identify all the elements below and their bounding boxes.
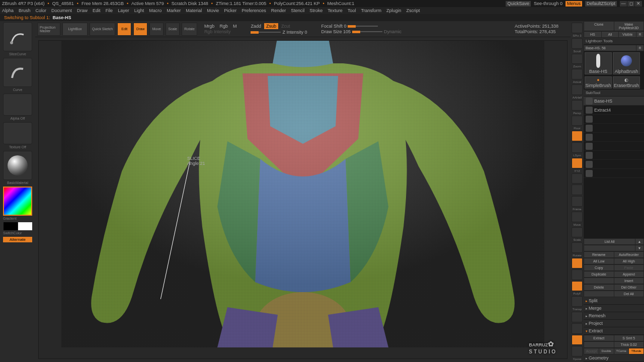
quicksave-button[interactable]: QuickSave	[506, 1, 531, 7]
rightstrip-btn-14[interactable]	[572, 227, 583, 238]
rotate-button[interactable]: Rotate	[182, 23, 197, 36]
menu-color[interactable]: Color	[36, 8, 47, 13]
rightstrip-btn-7[interactable]	[572, 131, 583, 141]
rightstrip-btn-19[interactable]	[572, 296, 583, 307]
rightstrip-btn-3[interactable]	[572, 69, 583, 79]
rightstrip-btn-4[interactable]	[572, 84, 583, 95]
material-slot[interactable]	[3, 151, 32, 180]
menu-light[interactable]: Light	[134, 8, 144, 13]
menu-tool[interactable]: Tool	[348, 8, 356, 13]
rightstrip-btn-0[interactable]	[572, 23, 583, 33]
rightstrip-btn-22[interactable]	[572, 335, 583, 345]
menu-zplugin[interactable]: Zplugin	[386, 8, 401, 13]
clone-button[interactable]: Clone	[584, 22, 614, 31]
menu-material[interactable]: Material	[186, 8, 202, 13]
left-sidebar: SliceCurve Curve Alpha Off Texture Off B…	[0, 21, 35, 362]
default-script[interactable]: DefaultZScript	[585, 1, 617, 7]
rightstrip-btn-1[interactable]	[572, 38, 583, 49]
subtool-item[interactable]	[584, 169, 644, 178]
projection-master[interactable]: Projection Master	[37, 23, 60, 36]
rightstrip-btn-23[interactable]	[572, 346, 583, 356]
menu-marker[interactable]: Marker	[167, 8, 181, 13]
menus-toggle[interactable]: Menus	[566, 1, 582, 7]
move-button[interactable]: Move	[149, 23, 164, 36]
menu-layer[interactable]: Layer	[118, 8, 129, 13]
subtool-item[interactable]: Extract4	[584, 106, 644, 115]
menu-draw[interactable]: Draw	[77, 8, 88, 13]
rightstrip-btn-20[interactable]	[572, 312, 583, 322]
quicksketch-button[interactable]: Quick Sketch	[90, 23, 115, 36]
menu-texture[interactable]: Texture	[328, 8, 343, 13]
rightstrip-btn-11[interactable]	[572, 185, 583, 195]
rightstrip-btn-17[interactable]	[572, 269, 583, 280]
stroke-curve[interactable]	[3, 58, 32, 87]
menu-movie[interactable]: Movie	[207, 8, 219, 13]
listall-button[interactable]: List All	[584, 239, 635, 244]
zsub-button[interactable]: Zsub	[264, 23, 278, 29]
maximize-icon[interactable]: ◻	[627, 1, 634, 7]
menu-stencil[interactable]: Stencil	[291, 8, 304, 13]
up-icon[interactable]: ▲	[635, 239, 643, 244]
app-name: ZBrush 4R7 P3 (x64)	[2, 1, 45, 6]
menu-picker[interactable]: Picker	[224, 8, 236, 13]
menu-alpha[interactable]: Alpha	[2, 8, 14, 13]
menu-file[interactable]: File	[106, 8, 113, 13]
scale-button[interactable]: Scale	[166, 23, 180, 36]
alternate-button[interactable]: Alternate	[3, 237, 32, 242]
rightstrip-btn-5[interactable]	[572, 100, 583, 111]
menu-preferences[interactable]: Preferences	[242, 8, 266, 13]
down-icon[interactable]: ▼	[635, 245, 643, 251]
menu-render[interactable]: Render	[271, 8, 286, 13]
tool-thumb[interactable]: AlphaBrush	[613, 52, 640, 74]
menu-macro[interactable]: Macro	[149, 8, 162, 13]
make-polymesh-button[interactable]: Make PolyMesh3D	[614, 22, 644, 31]
rightstrip-btn-15[interactable]	[572, 242, 583, 253]
rightstrip-btn-10[interactable]	[572, 173, 583, 184]
tool-thumb[interactable]: ●SimpleBrush	[585, 76, 612, 88]
subtool-item[interactable]: Base-HS	[584, 97, 644, 106]
draw-button[interactable]: Draw	[133, 23, 147, 36]
rightstrip-btn-16[interactable]	[572, 258, 583, 268]
lightbox-button[interactable]: LightBox	[62, 23, 88, 36]
tool-thumb[interactable]: ◐EraserBrush	[613, 76, 640, 88]
rightstrip-btn-8[interactable]	[572, 142, 583, 153]
rightstrip-btn-9[interactable]	[572, 158, 583, 168]
texture-slot[interactable]	[3, 122, 32, 144]
subtool-item[interactable]	[584, 133, 644, 142]
menu-document[interactable]: Document	[51, 8, 72, 13]
color-swatches[interactable]	[4, 222, 32, 230]
z-intensity-slider[interactable]	[251, 32, 281, 33]
menu-edit[interactable]: Edit	[93, 8, 101, 13]
minimize-icon[interactable]: —	[620, 1, 627, 7]
menu-stroke[interactable]: Stroke	[309, 8, 323, 13]
right-strip: SPix 3ScrollZoomActualAAHalfPerspFloorLS…	[571, 21, 584, 362]
menu-transform[interactable]: Transform	[361, 8, 381, 13]
subtool-list[interactable]: Base-HSExtract4	[584, 97, 644, 238]
subtool-item[interactable]	[584, 151, 644, 160]
top-toolbar: Projection Master LightBox Quick Sketch …	[35, 21, 571, 37]
tool-thumb[interactable]: Base-HS	[585, 52, 612, 74]
menu-zscript[interactable]: Zscript	[407, 8, 420, 13]
alpha-slot[interactable]	[3, 94, 32, 116]
swatch-white[interactable]	[18, 222, 32, 230]
drawsize-slider[interactable]	[352, 31, 382, 32]
subtool-item[interactable]	[584, 124, 644, 133]
svg-rect-4	[61, 40, 544, 347]
color-picker[interactable]	[3, 187, 32, 216]
subtool-item[interactable]	[584, 115, 644, 124]
menu-brush[interactable]: Brush	[19, 8, 31, 13]
subtool-item[interactable]	[584, 160, 644, 169]
rightstrip-btn-2[interactable]	[572, 54, 583, 64]
rightstrip-btn-13[interactable]	[572, 212, 583, 222]
rightstrip-btn-12[interactable]	[572, 196, 583, 207]
brush-slicecurve[interactable]	[3, 22, 32, 51]
subtool-item[interactable]	[584, 142, 644, 151]
rightstrip-btn-21[interactable]	[572, 323, 583, 334]
viewport[interactable]: SLICEAngle:21 BARRUZ✿ STUDIO	[38, 40, 568, 359]
rightstrip-btn-18[interactable]	[572, 281, 583, 292]
swatch-black[interactable]	[4, 222, 18, 230]
rightstrip-btn-6[interactable]	[572, 116, 583, 126]
close-icon[interactable]: ✕	[635, 1, 642, 7]
edit-button[interactable]: Edit	[117, 23, 131, 36]
focal-slider[interactable]	[348, 26, 378, 27]
